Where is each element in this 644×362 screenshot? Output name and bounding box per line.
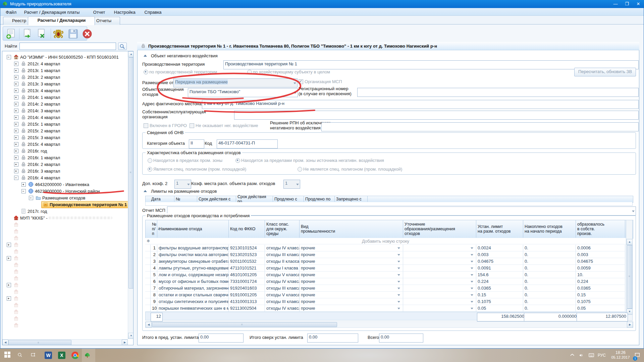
limits-col-2[interactable]: Срок действия с (197, 196, 236, 202)
recalculate-button[interactable]: Пересчитать, обновить ЗВ (574, 68, 636, 76)
groro-checkbox[interactable] (144, 123, 148, 128)
total-all-field[interactable]: 0.00 (379, 334, 423, 343)
cell-limit[interactable]: 0.0091 (476, 265, 523, 272)
cell-hazard-class[interactable]: отходы I класса о... (265, 265, 300, 272)
tray-keyboard-icon[interactable] (587, 349, 596, 362)
dropdown-arrow-icon[interactable] (294, 308, 297, 309)
char-inside-zone-radio[interactable] (148, 158, 152, 163)
cell-industry[interactable]: прочие (300, 265, 403, 272)
tray-chevron-up-icon[interactable] (568, 349, 577, 362)
cell-industry[interactable]: прочие (300, 258, 403, 265)
cell-fkko-code[interactable]: 41310001313 (229, 298, 265, 305)
tray-clock[interactable]: 18:2605.12.2017 (611, 350, 630, 360)
waste-table-hscrollbar[interactable]: ◀≡▶ (145, 321, 633, 328)
cell-limit[interactable]: 0.15 (476, 292, 523, 298)
browse-icon[interactable]: … (224, 245, 228, 249)
cell-produced[interactable]: 0.224 (576, 278, 625, 285)
cell-fkko-code[interactable]: 92130101524 (229, 245, 265, 251)
task-view-button[interactable] (28, 349, 42, 362)
waste-col-header-0[interactable]: № п/п (151, 220, 157, 238)
cell-produced[interactable]: 10. (576, 272, 625, 278)
msp-checkbox[interactable] (299, 79, 303, 84)
dropdown-arrow-icon[interactable] (294, 254, 297, 256)
dropdown-arrow-icon[interactable] (632, 210, 635, 212)
dropdown-arrow-icon[interactable] (471, 288, 473, 289)
category-field[interactable]: II (189, 139, 204, 148)
dropdown-arrow-icon[interactable] (397, 261, 400, 262)
cell-fkko-code[interactable]: 47110101521 (229, 265, 265, 272)
total-over-limit-field[interactable]: 0.00 (307, 334, 358, 343)
dropdown-arrow-icon[interactable] (294, 261, 297, 262)
cell-limit[interactable]: 0.0365 (476, 285, 523, 292)
cell-waste-name[interactable]: покрышки пневматических шин с метал...… (157, 305, 229, 312)
dropdown-arrow-icon[interactable] (397, 308, 400, 309)
row-selector[interactable] (145, 305, 151, 312)
dropdown-arrow-icon[interactable] (471, 308, 473, 309)
code-field[interactable]: 46-0177-004731-П (217, 139, 278, 148)
tab-1[interactable]: Расчеты / Декларации (28, 16, 95, 25)
start-button[interactable] (1, 349, 15, 362)
dropdown-arrow-icon[interactable] (397, 274, 400, 276)
tray-speaker-icon[interactable] (578, 349, 587, 362)
char-outside-zone-radio[interactable] (235, 158, 240, 163)
dropdown-arrow-icon[interactable] (294, 247, 297, 249)
waste-col-header-5[interactable]: Уточнение образования/размещения отходов (403, 220, 476, 238)
cell-accumulated[interactable]: 0. (523, 258, 576, 265)
reg-number-field[interactable] (357, 88, 639, 97)
row-selector[interactable] (145, 292, 151, 298)
cell-hazard-class[interactable]: отходы IV класса... (265, 305, 300, 312)
cell-refine[interactable] (403, 245, 476, 251)
placement-object-dropdown[interactable]: Полигон ТБО "Тимохово" (188, 88, 298, 97)
cell-refine[interactable] (403, 305, 476, 312)
browse-icon[interactable]: … (224, 265, 228, 269)
browse-icon[interactable]: … (224, 292, 228, 296)
browse-icon[interactable]: … (224, 306, 228, 310)
dropdown-arrow-icon[interactable] (471, 274, 473, 276)
waste-col-header-1[interactable]: Наименование отхода (157, 220, 229, 238)
cell-hazard-class[interactable]: отходы IV класса... (265, 245, 300, 251)
dropdown-arrow-icon[interactable] (397, 294, 400, 296)
cell-waste-name[interactable]: лампы ртутные, ртутно-кварцевые, лю...… (157, 265, 229, 272)
cell-produced[interactable]: 0.15 (576, 292, 625, 298)
dropdown-arrow-icon[interactable] (471, 261, 473, 262)
cell-accumulated[interactable]: 0. (523, 251, 576, 258)
cell-waste-name[interactable]: аккумуляторы свинцовые отработанны...… (157, 258, 229, 265)
owner-field[interactable] (234, 111, 639, 120)
cell-refine[interactable] (403, 278, 476, 285)
excel-app-button[interactable]: X (55, 349, 68, 362)
address-field[interactable]: 1 км к югу от д. Тимохово Нагинский р-н (202, 100, 639, 109)
cell-waste-name[interactable]: мусор от офисных и бытовых помещен...… (157, 278, 229, 285)
dropdown-arrow-icon[interactable] (471, 281, 473, 283)
dropdown-arrow-icon[interactable] (397, 301, 400, 303)
cell-limit[interactable]: 0.003 (476, 251, 523, 258)
cell-waste-name[interactable]: фильтры очистки масла автотранспорт...… (157, 251, 229, 258)
dropdown-arrow-icon[interactable] (397, 247, 400, 249)
cell-waste-name[interactable]: отходы синтетических и полусинтетиче...… (157, 298, 229, 305)
waste-col-header-7[interactable]: Накоплено отходов на начало периода (523, 220, 576, 238)
cell-accumulated[interactable]: 0. (523, 245, 576, 251)
waste-placement-dropdown[interactable]: Передача на размещение (173, 78, 298, 87)
waste-col-header-2[interactable]: Код по ФККО (229, 220, 265, 238)
cell-accumulated[interactable]: 0. (523, 298, 576, 305)
taskbar-search-button[interactable] (15, 349, 28, 362)
cell-industry[interactable]: прочие (300, 278, 403, 285)
cell-industry[interactable]: прочие (300, 251, 403, 258)
cell-produced[interactable]: 0.0365 (576, 285, 625, 292)
char-special-polygon-radio[interactable] (148, 167, 152, 172)
cell-produced[interactable]: 0.0059 (576, 265, 625, 272)
rpn-decision-field[interactable] (321, 122, 639, 131)
cell-industry[interactable]: прочие (300, 245, 403, 251)
cell-waste-name[interactable]: обтирочный материал, загрязненный н...… (157, 285, 229, 292)
dropdown-arrow-icon[interactable] (294, 288, 297, 289)
cell-industry[interactable]: прочие (300, 272, 403, 278)
waste-col-header-6[interactable]: Устан. лимит на разм. отходов (476, 220, 523, 238)
browse-icon[interactable]: … (224, 299, 228, 303)
row-selector[interactable] (145, 298, 151, 305)
cell-industry[interactable]: прочие (300, 292, 403, 298)
cell-refine[interactable] (403, 285, 476, 292)
cell-produced[interactable]: 0.04675 (576, 258, 625, 265)
cell-limit[interactable]: 154.6 (476, 272, 523, 278)
waste-col-header-8[interactable]: образовалось в собств. произв. (576, 220, 625, 238)
cell-accumulated[interactable]: 0. (523, 265, 576, 272)
dropdown-arrow-icon[interactable] (294, 281, 297, 283)
